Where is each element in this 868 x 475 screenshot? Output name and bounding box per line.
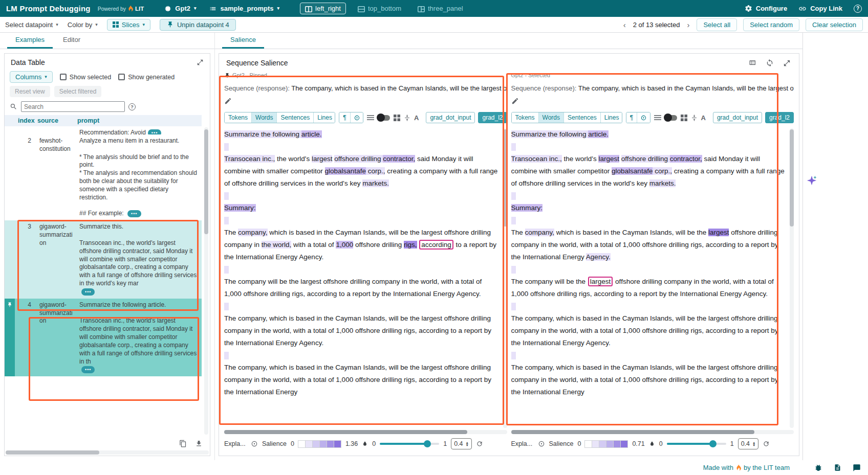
dataset-select[interactable]: sample_prompts▾ — [209, 5, 279, 12]
table-horizontal-scrollbar[interactable] — [6, 450, 209, 455]
pilcrow-toggle[interactable]: ¶ — [626, 112, 637, 123]
token[interactable]: rigs, — [404, 241, 417, 248]
expand-icon[interactable] — [783, 59, 791, 67]
tab-examples[interactable]: Examples — [7, 33, 53, 49]
token[interactable]: The company, which is based in the Cayma… — [224, 314, 491, 347]
docs-icon[interactable] — [834, 464, 841, 471]
method-grad_l2[interactable]: grad_l2 — [478, 112, 507, 123]
newline-token[interactable] — [224, 192, 229, 200]
sync-icon[interactable] — [766, 59, 774, 67]
threshold-slider[interactable] — [667, 440, 726, 447]
newline-token[interactable] — [511, 217, 516, 224]
vertical-align-icon[interactable] — [404, 115, 410, 121]
reset-icon[interactable] — [763, 440, 770, 447]
token[interactable]: The company, which is based in the Cayma… — [224, 364, 491, 396]
newline-token[interactable] — [224, 266, 229, 274]
tab-salience[interactable]: Salience — [222, 33, 264, 49]
edit-icon[interactable] — [511, 97, 519, 105]
token[interactable]: offshore drilling — [334, 155, 383, 163]
grid-icon[interactable] — [394, 115, 400, 121]
select-all-button[interactable]: Select all — [697, 18, 737, 31]
token[interactable] — [417, 241, 419, 248]
horizontal-scrollbar[interactable] — [224, 430, 507, 434]
token[interactable]: largest — [312, 155, 333, 163]
granularity-words[interactable]: Words — [539, 112, 564, 123]
download-icon[interactable] — [195, 440, 203, 447]
token[interactable]: article. — [588, 130, 609, 138]
reset-view-button[interactable]: Reset view — [10, 86, 50, 97]
newline-token[interactable] — [511, 192, 516, 200]
token[interactable]: according — [419, 240, 453, 250]
search-help-icon[interactable]: ? — [128, 103, 136, 110]
token[interactable]: with a total of — [291, 241, 336, 248]
granularity-words[interactable]: Words — [252, 112, 277, 123]
token[interactable]: The company, which is based in the Cayma… — [511, 314, 778, 347]
model-select[interactable]: Gpt2▾ — [164, 5, 196, 12]
granularity-tokens[interactable]: Tokens — [512, 112, 539, 123]
search-input[interactable] — [21, 101, 125, 112]
table-row[interactable]: Recommendation: Avoid••• — [5, 126, 202, 134]
token[interactable]: 1,000 — [336, 241, 353, 248]
token[interactable]: Transocean — [511, 155, 550, 163]
token[interactable]: The — [511, 229, 525, 236]
token[interactable]: Transocean — [224, 155, 263, 163]
columns-button[interactable]: Columns▾ — [10, 71, 53, 83]
bug-report-icon[interactable] — [814, 464, 822, 472]
token[interactable]: largest — [708, 229, 729, 236]
tab-editor[interactable]: Editor — [55, 33, 89, 49]
expand-text-chip[interactable]: ••• — [127, 210, 141, 217]
vertical-align-icon[interactable] — [691, 115, 698, 121]
granularity-sentences[interactable]: Sentences — [564, 112, 601, 123]
token[interactable]: the world's — [275, 155, 312, 163]
method-grad_dot_input[interactable]: grad_dot_input — [426, 112, 475, 123]
select-filtered-button[interactable]: Select filtered — [54, 86, 102, 97]
configure-button[interactable]: Configure — [745, 5, 787, 12]
horizontal-scrollbar[interactable] — [511, 430, 794, 434]
dot-toggle[interactable] — [637, 112, 650, 123]
token[interactable]: the world's — [562, 155, 599, 163]
copy-link-button[interactable]: Copy Link — [798, 5, 842, 13]
expand-text-chip[interactable]: ••• — [148, 129, 161, 134]
select-random-button[interactable]: Select random — [743, 18, 799, 31]
token[interactable]: largest — [598, 155, 619, 163]
token[interactable]: corp., — [366, 167, 385, 175]
edit-icon[interactable] — [224, 97, 232, 105]
slider-thumb[interactable] — [424, 440, 431, 447]
token[interactable]: Summary: — [511, 204, 543, 212]
newline-token[interactable] — [224, 217, 229, 224]
pilcrow-toggle[interactable]: ¶ — [339, 112, 350, 123]
token[interactable]: markets. — [362, 179, 389, 187]
stepper-icons[interactable]: ▲▼ — [466, 441, 469, 447]
token[interactable]: The company will be the — [511, 278, 588, 285]
gamma-input[interactable]: 0.4 ▲▼ — [451, 438, 472, 449]
select-datapoint-dropdown[interactable]: Select datapoint▾ — [5, 21, 58, 29]
next-datapoint-button[interactable]: › — [686, 20, 690, 29]
column-header-index[interactable]: index — [15, 117, 37, 124]
color-by-dropdown[interactable]: Color by▾ — [68, 21, 98, 29]
granularity-lines[interactable]: Lines — [601, 112, 622, 123]
expand-text-chip[interactable]: ••• — [81, 366, 95, 373]
expand-icon[interactable] — [197, 59, 204, 66]
threshold-slider[interactable] — [380, 440, 439, 447]
token[interactable]: the following — [259, 130, 301, 138]
token[interactable]: The — [224, 229, 238, 236]
newline-token[interactable] — [511, 352, 516, 359]
feedback-icon[interactable] — [853, 464, 861, 472]
menu-icon[interactable] — [367, 115, 374, 121]
token[interactable]: The company, which is based in the Cayma… — [511, 364, 778, 396]
granularity-sentences[interactable]: Sentences — [277, 112, 314, 123]
font-size-icon[interactable]: A — [414, 114, 419, 122]
token[interactable]: inc., — [263, 155, 275, 163]
vertical-scrollbar[interactable] — [790, 128, 794, 428]
toggle-switch[interactable] — [378, 115, 390, 121]
token[interactable]: Agency. — [586, 253, 611, 261]
granularity-lines[interactable]: Lines — [314, 112, 335, 123]
token[interactable]: offshore drilling — [621, 155, 670, 163]
token[interactable]: largest — [588, 277, 613, 286]
table-row[interactable]: 2fewshot-constitutionAnalyze a menu item… — [5, 134, 202, 220]
columns-layout-icon[interactable] — [748, 59, 756, 67]
column-header-source[interactable]: source — [37, 117, 77, 124]
token[interactable]: Summarize — [511, 130, 546, 138]
gamma-input[interactable]: 0.4 ▲▼ — [738, 438, 759, 449]
token[interactable]: globalsantafe — [612, 167, 653, 175]
